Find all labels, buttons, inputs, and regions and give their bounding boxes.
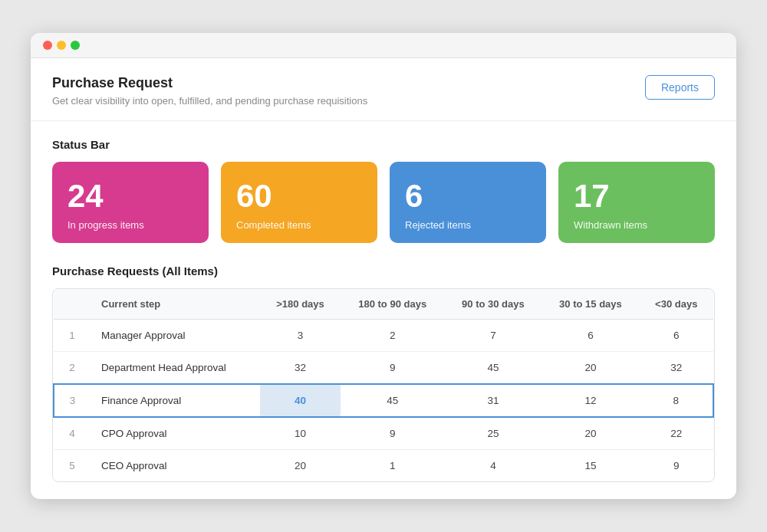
cell-row5-col5: 15 (542, 449, 639, 481)
cell-row4-col3: 9 (341, 417, 444, 450)
cell-row4-col2: 10 (260, 417, 341, 450)
page-title: Purchase Request (52, 75, 367, 91)
col-header-5: 30 to 15 days (542, 289, 639, 320)
title-bar (31, 33, 736, 58)
table-row-2[interactable]: 2Department Head Approval329452032 (54, 351, 713, 384)
card-label-4: Withdrawn items (574, 219, 700, 231)
minimize-dot[interactable] (57, 41, 66, 50)
cell-row3-col2: 40 (260, 384, 341, 417)
col-header-2: >180 days (260, 289, 341, 320)
cell-row4-col5: 20 (542, 417, 639, 450)
col-header-6: <30 days (639, 289, 713, 320)
cell-row3-col4: 31 (444, 384, 542, 417)
app-window: Purchase Request Get clear visibility in… (31, 33, 736, 498)
cell-row2-col4: 45 (444, 351, 542, 384)
table-row-3[interactable]: 3Finance Approval404531128 (54, 384, 713, 417)
cell-row4-col6: 22 (639, 417, 713, 450)
status-card-3: 6 Rejected items (390, 162, 546, 242)
cell-row1-col5: 6 (542, 319, 639, 351)
cell-row1-col3: 2 (341, 319, 444, 351)
col-header-3: 180 to 90 days (341, 289, 444, 320)
cell-row2-col0: 2 (54, 351, 91, 384)
card-number-2: 60 (236, 179, 362, 214)
card-number-1: 24 (67, 179, 193, 214)
cell-row2-col1: Department Head Approval (91, 351, 260, 384)
close-dot[interactable] (43, 41, 52, 50)
cell-row5-col3: 1 (341, 449, 444, 481)
table-row-5[interactable]: 5CEO Approval2014159 (54, 449, 713, 481)
col-header-4: 90 to 30 days (444, 289, 542, 320)
cell-row3-col1: Finance Approval (91, 384, 260, 417)
purchase-requests-table-wrapper: Current step>180 days180 to 90 days90 to… (52, 288, 715, 482)
cell-row3-col0: 3 (54, 384, 91, 417)
cell-row1-col6: 6 (639, 319, 713, 351)
status-card-1: 24 In progress items (52, 162, 209, 242)
cell-row2-col5: 20 (542, 351, 639, 384)
main-content: Status Bar 24 In progress items 60 Compl… (31, 121, 736, 498)
table-row-4[interactable]: 4CPO Approval109252022 (54, 417, 713, 450)
page-subtitle: Get clear visibility into open, fulfille… (52, 95, 367, 107)
cell-row1-col0: 1 (54, 319, 91, 351)
cell-row3-col6: 8 (639, 384, 713, 417)
card-label-2: Completed items (236, 219, 362, 231)
status-bar-label: Status Bar (52, 138, 715, 151)
col-header-1: Current step (91, 289, 260, 320)
cell-row5-col6: 9 (639, 449, 713, 481)
cell-row1-col1: Manager Approval (91, 319, 260, 351)
status-card-2: 60 Completed items (221, 162, 377, 242)
header-section: Purchase Request Get clear visibility in… (31, 58, 736, 121)
cell-row3-col3: 45 (341, 384, 444, 417)
cell-row4-col0: 4 (54, 417, 91, 450)
purchase-requests-table: Current step>180 days180 to 90 days90 to… (53, 289, 714, 481)
cell-row1-col4: 7 (444, 319, 542, 351)
cell-row1-col2: 3 (260, 319, 341, 351)
cell-row5-col4: 4 (444, 449, 542, 481)
table-section-label: Purchase Requests (All Items) (52, 264, 715, 277)
cell-row2-col2: 32 (260, 351, 341, 384)
card-number-4: 17 (574, 179, 700, 214)
cell-row5-col2: 20 (260, 449, 341, 481)
cell-row4-col1: CPO Approval (91, 417, 260, 450)
cell-row5-col1: CEO Approval (91, 449, 260, 481)
status-bar: 24 In progress items 60 Completed items … (52, 162, 715, 242)
col-header-0 (54, 289, 91, 320)
card-label-3: Rejected items (405, 219, 531, 231)
card-number-3: 6 (405, 179, 531, 214)
reports-button[interactable]: Reports (645, 75, 715, 100)
cell-row4-col4: 25 (444, 417, 542, 450)
card-label-1: In progress items (67, 219, 193, 231)
cell-row2-col3: 9 (341, 351, 444, 384)
maximize-dot[interactable] (71, 41, 80, 50)
cell-row5-col0: 5 (54, 449, 91, 481)
status-card-4: 17 Withdrawn items (558, 162, 715, 242)
cell-row2-col6: 32 (639, 351, 713, 384)
table-row-1[interactable]: 1Manager Approval32766 (54, 319, 713, 351)
header-text: Purchase Request Get clear visibility in… (52, 75, 367, 107)
cell-row3-col5: 12 (542, 384, 639, 417)
